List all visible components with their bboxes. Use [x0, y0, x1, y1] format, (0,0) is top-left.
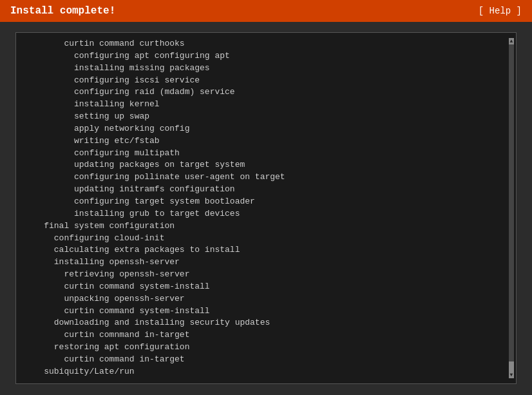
header-bar: Install complete! [ Help ] — [0, 0, 532, 22]
scrollbar-thumb[interactable] — [509, 361, 514, 372]
header-help: [ Help ] — [479, 6, 522, 16]
header-title: Install complete! — [10, 5, 115, 17]
scrollbar-down-arrow[interactable]: ▼ — [509, 372, 514, 378]
button-area: [ View full log ] [ Reboot Now ] — [207, 384, 326, 395]
scrollbar[interactable]: ▲ ▼ — [508, 38, 515, 378]
scrollbar-track — [509, 44, 514, 372]
scrollbar-up-arrow[interactable]: ▲ — [509, 38, 514, 44]
main-content: curtin command curthooks configuring apt… — [0, 22, 532, 395]
view-log-button[interactable]: [ View full log ] — [207, 392, 326, 395]
log-content: curtin command curthooks configuring apt… — [24, 38, 508, 378]
log-box: curtin command curthooks configuring apt… — [15, 32, 517, 384]
